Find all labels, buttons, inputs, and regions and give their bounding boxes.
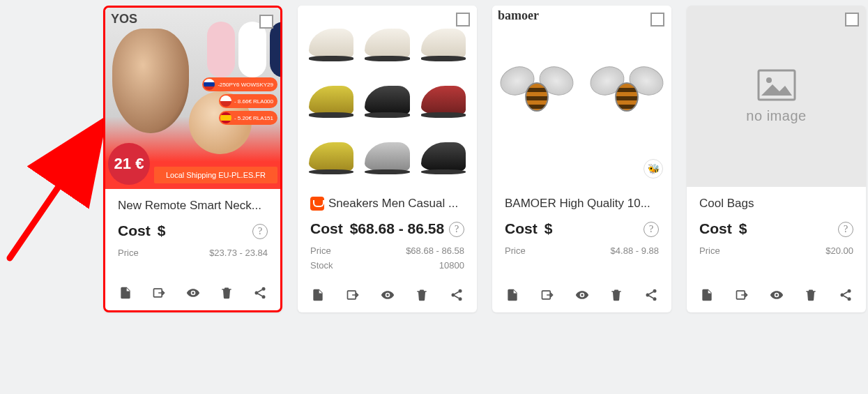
share-icon[interactable]: [449, 287, 464, 303]
card-actions: [105, 278, 280, 310]
file-search-icon[interactable]: [699, 287, 715, 303]
no-image-label: no image: [746, 108, 806, 124]
help-icon[interactable]: ?: [644, 222, 659, 237]
price-value: $23.73 - 23.84: [209, 248, 268, 258]
svg-point-9: [653, 289, 657, 293]
product-graphic: [305, 13, 470, 180]
stock-label: Stock: [310, 260, 333, 271]
variant-badge: 🐝: [644, 159, 663, 179]
eye-icon[interactable]: [380, 287, 395, 303]
promo-pill: - 8.66€ RLA000: [219, 94, 277, 108]
cost-label: Cost: [118, 222, 151, 239]
product-thumbnail[interactable]: no image: [687, 6, 866, 187]
product-title[interactable]: BAMOER High Quality 10...: [505, 197, 659, 211]
cost-label: Cost: [505, 220, 538, 237]
help-icon[interactable]: ?: [838, 222, 853, 237]
price-value: $68.68 - 86.58: [406, 245, 464, 256]
cost-value: $: [158, 222, 166, 239]
file-search-icon[interactable]: [118, 285, 133, 301]
thumb-brand: YOS: [111, 12, 137, 26]
select-checkbox[interactable]: [259, 15, 273, 29]
price-label: Price: [118, 248, 139, 258]
product-title[interactable]: New Remote Smart Neck...: [118, 199, 268, 213]
thumb-brand: bamoer: [498, 8, 539, 23]
product-graphic: [112, 29, 189, 133]
svg-point-10: [646, 294, 650, 297]
aliexpress-icon: [310, 197, 324, 211]
product-card[interactable]: Sneakers Men Casual ... Cost $68.68 - 86…: [298, 6, 477, 312]
svg-point-6: [452, 294, 455, 297]
product-thumbnail[interactable]: bamoer 🐝: [492, 6, 671, 187]
product-grid: YOS -250PY6 WOWSKY29 - 8.66€ RLA000 - 5.…: [0, 0, 868, 318]
file-search-icon[interactable]: [505, 287, 520, 303]
price-label: Price: [505, 245, 526, 256]
product-card[interactable]: bamoer 🐝 BAMOER High Quality 10... Cost …: [492, 6, 671, 312]
thumb-price-badge: 21 €: [108, 143, 150, 185]
product-thumbnail[interactable]: [298, 6, 477, 187]
svg-point-13: [766, 77, 772, 83]
price-label: Price: [310, 245, 331, 256]
import-icon[interactable]: [540, 287, 555, 303]
file-search-icon[interactable]: [310, 287, 326, 303]
svg-point-3: [262, 295, 266, 298]
svg-point-17: [848, 297, 851, 301]
cost-value: $68.68 - 86.58: [350, 220, 444, 237]
image-placeholder-icon: [757, 69, 796, 101]
cost-label: Cost: [699, 220, 732, 237]
svg-point-1: [262, 287, 266, 291]
eye-icon[interactable]: [574, 287, 590, 303]
thumb-shipping-banner: Local Shipping EU-PL.ES.FR: [154, 167, 277, 183]
product-title[interactable]: Sneakers Men Casual ...: [328, 197, 464, 211]
card-actions: [687, 280, 866, 312]
product-graphic: [238, 22, 266, 77]
help-icon[interactable]: ?: [252, 224, 268, 239]
card-actions: [298, 280, 477, 312]
import-icon[interactable]: [734, 287, 749, 303]
share-icon[interactable]: [252, 285, 268, 301]
promo-pill: -250PY6 WOWSKY29: [202, 77, 277, 91]
svg-point-11: [653, 297, 657, 301]
svg-point-2: [255, 291, 259, 295]
product-thumbnail[interactable]: YOS -250PY6 WOWSKY29 - 8.66€ RLA000 - 5.…: [105, 8, 280, 189]
product-graphic: [492, 54, 671, 131]
select-checkbox[interactable]: [845, 13, 859, 26]
trash-icon[interactable]: [803, 287, 818, 303]
eye-icon[interactable]: [769, 287, 784, 303]
help-icon[interactable]: ?: [449, 222, 464, 237]
price-value: $4.88 - 9.88: [611, 245, 659, 256]
product-title[interactable]: Cool Bags: [699, 197, 853, 211]
select-checkbox[interactable]: [650, 13, 664, 26]
trash-icon[interactable]: [219, 285, 234, 301]
price-value: $20.00: [825, 245, 853, 256]
stock-value: 10800: [439, 260, 464, 271]
select-checkbox[interactable]: [456, 13, 470, 26]
svg-point-5: [459, 289, 462, 293]
eye-icon[interactable]: [185, 285, 201, 301]
import-icon[interactable]: [345, 287, 360, 303]
import-icon[interactable]: [151, 285, 167, 301]
cost-label: Cost: [310, 220, 343, 237]
svg-point-15: [848, 289, 851, 293]
svg-point-7: [459, 297, 462, 301]
share-icon[interactable]: [644, 287, 659, 303]
product-card[interactable]: no image Cool Bags Cost $ ? Price $20.00: [687, 6, 866, 312]
trash-icon[interactable]: [414, 287, 429, 303]
trash-icon[interactable]: [609, 287, 624, 303]
svg-point-16: [841, 294, 844, 297]
cost-value: $: [545, 220, 553, 237]
share-icon[interactable]: [838, 287, 853, 303]
price-label: Price: [699, 245, 720, 256]
cost-value: $: [739, 220, 747, 237]
product-card[interactable]: YOS -250PY6 WOWSKY29 - 8.66€ RLA000 - 5.…: [103, 6, 282, 312]
card-actions: [492, 280, 671, 312]
promo-pill: - 5.20€ RLA151: [219, 111, 277, 125]
